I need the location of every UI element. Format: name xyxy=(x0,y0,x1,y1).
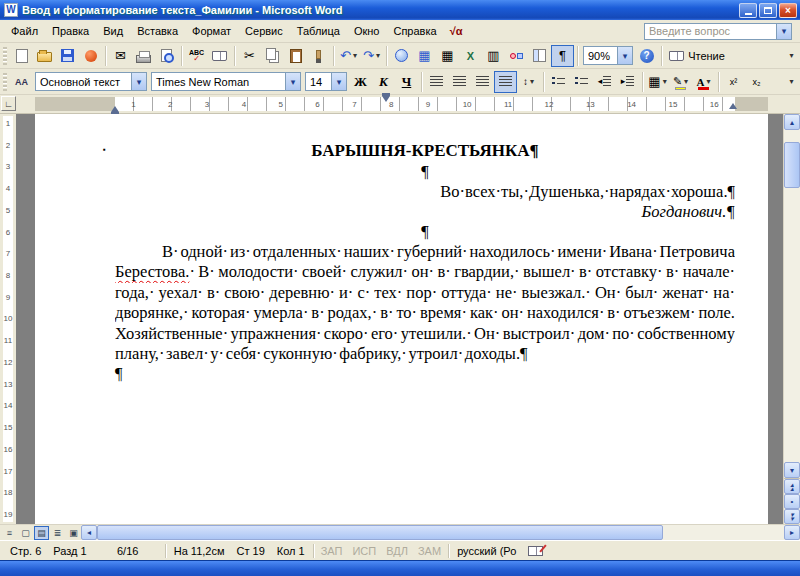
right-indent-marker[interactable] xyxy=(729,99,737,109)
chevron-down-icon[interactable]: ▾ xyxy=(131,73,146,90)
print-layout-view-button[interactable]: ▤ xyxy=(34,526,49,540)
email-button[interactable]: ✉ xyxy=(109,45,132,67)
equation-editor-button[interactable]: √α xyxy=(444,23,469,39)
windows-taskbar[interactable] xyxy=(0,560,800,576)
paste-button[interactable] xyxy=(284,45,307,67)
document-map-button[interactable] xyxy=(528,45,551,67)
menu-item[interactable]: Вставка xyxy=(130,22,185,40)
research-button[interactable] xyxy=(208,45,231,67)
menu-item[interactable]: Правка xyxy=(45,22,96,40)
status-flag[interactable]: ЗАМ xyxy=(413,545,446,557)
chevron-down-icon[interactable]: ▾ xyxy=(376,51,380,60)
spelling-button[interactable]: ABC ✓ xyxy=(185,45,208,67)
chevron-down-icon[interactable]: ▾ xyxy=(617,47,632,64)
chevron-down-icon[interactable]: ▾ xyxy=(331,73,346,90)
toolbar-grip[interactable] xyxy=(3,47,7,65)
italic-button[interactable]: К xyxy=(372,71,395,93)
document-text[interactable]: ▪ БАРЫШНЯ-КРЕСТЬЯНКА¶ ¶ Во·всех·ты,·Душе… xyxy=(35,114,768,385)
horizontal-scroll-thumb[interactable] xyxy=(97,525,663,540)
numbered-list-button[interactable] xyxy=(547,71,570,93)
style-combo[interactable]: Основной текст ▾ xyxy=(35,72,147,91)
vertical-ruler[interactable]: 12345678910111213141516171819 xyxy=(0,114,16,524)
tables-borders-button[interactable]: ▦ xyxy=(413,45,436,67)
menu-item[interactable]: Справка xyxy=(386,22,443,40)
next-page-button[interactable]: ▾▾ xyxy=(784,509,800,524)
previous-page-button[interactable]: ▴▴ xyxy=(784,479,800,494)
title-bar[interactable]: W Ввод и форматирование текста_Фамилии -… xyxy=(0,0,800,20)
scroll-up-button[interactable]: ▴ xyxy=(784,114,800,130)
increase-indent-button[interactable]: ▸ xyxy=(616,71,639,93)
toolbar-options-button[interactable]: ▾ xyxy=(784,71,798,93)
chevron-down-icon[interactable]: ▾ xyxy=(684,77,688,86)
bold-button[interactable]: Ж xyxy=(349,71,372,93)
drawing-button[interactable] xyxy=(505,45,528,67)
maximize-button[interactable] xyxy=(759,3,777,18)
align-center-button[interactable] xyxy=(448,71,471,93)
language-indicator[interactable]: русский (Ро xyxy=(451,545,522,557)
menu-item[interactable]: Формат xyxy=(185,22,238,40)
columns-button[interactable]: ▥ xyxy=(482,45,505,67)
cut-button[interactable]: ✂ xyxy=(238,45,261,67)
select-browse-object-button[interactable]: • xyxy=(784,494,800,509)
underline-button[interactable]: Ч xyxy=(395,71,418,93)
line-spacing-button[interactable]: ↕▾ xyxy=(517,71,540,93)
toolbar-grip[interactable] xyxy=(3,73,7,91)
help-button[interactable]: ? xyxy=(635,45,658,67)
zoom-combo[interactable]: 90% ▾ xyxy=(583,46,633,65)
insert-excel-button[interactable]: X xyxy=(459,45,482,67)
redo-button[interactable]: ↷▾ xyxy=(360,45,383,67)
document-page[interactable]: ▪ БАРЫШНЯ-КРЕСТЬЯНКА¶ ¶ Во·всех·ты,·Душе… xyxy=(35,114,768,524)
format-painter-button[interactable] xyxy=(307,45,330,67)
align-left-button[interactable] xyxy=(425,71,448,93)
chevron-down-icon[interactable]: ▾ xyxy=(530,77,534,86)
menu-item[interactable]: Сервис xyxy=(238,22,290,40)
save-button[interactable] xyxy=(56,45,79,67)
status-flag[interactable]: ЗАП xyxy=(316,545,348,557)
borders-button[interactable]: ▦▾ xyxy=(646,71,669,93)
chevron-down-icon[interactable]: ▾ xyxy=(663,77,667,86)
font-color-button[interactable]: А▾ xyxy=(692,71,715,93)
print-button[interactable] xyxy=(132,45,155,67)
chevron-down-icon[interactable]: ▾ xyxy=(776,24,791,39)
minimize-button[interactable] xyxy=(739,3,757,18)
new-document-button[interactable] xyxy=(10,45,33,67)
horizontal-ruler[interactable]: 12345678910111213141516 xyxy=(35,97,768,111)
bullet-list-button[interactable] xyxy=(570,71,593,93)
vertical-scrollbar[interactable]: ▴ ▾ ▴▴ • ▾▾ xyxy=(783,114,800,524)
copy-button[interactable] xyxy=(261,45,284,67)
chevron-down-icon[interactable]: ▾ xyxy=(285,73,300,90)
open-button[interactable] xyxy=(33,45,56,67)
subscript-button[interactable]: х₂ xyxy=(745,71,768,93)
horizontal-scroll-track[interactable]: ◂ ▸ xyxy=(81,525,800,540)
menu-item[interactable]: Вид xyxy=(96,22,130,40)
insert-hyperlink-button[interactable] xyxy=(390,45,413,67)
status-flag[interactable]: ИСП xyxy=(347,545,381,557)
document-title-line[interactable]: ▪ БАРЫШНЯ-КРЕСТЬЯНКА¶ xyxy=(115,140,735,162)
decrease-indent-button[interactable]: ◂ xyxy=(593,71,616,93)
left-indent-marker[interactable] xyxy=(111,102,119,112)
scroll-right-button[interactable]: ▸ xyxy=(784,525,800,540)
font-size-combo[interactable]: 14 ▾ xyxy=(305,72,347,91)
spelling-status-book-icon[interactable] xyxy=(528,546,543,556)
justify-button[interactable] xyxy=(494,71,517,93)
vertical-scroll-track[interactable] xyxy=(784,130,800,462)
tab-selector-button[interactable]: ∟ xyxy=(1,96,16,111)
normal-view-button[interactable]: ≡ xyxy=(2,526,17,540)
scroll-down-button[interactable]: ▾ xyxy=(784,462,800,478)
vertical-scroll-thumb[interactable] xyxy=(784,142,800,188)
outline-view-button[interactable]: ≣ xyxy=(50,526,65,540)
first-line-indent-marker[interactable] xyxy=(382,96,390,106)
reading-view-button[interactable]: ▣ xyxy=(66,526,81,540)
scroll-left-button[interactable]: ◂ xyxy=(81,525,97,540)
show-formatting-marks-button[interactable]: ¶ xyxy=(551,45,574,67)
superscript-button[interactable]: х² xyxy=(722,71,745,93)
reading-mode-button[interactable]: Чтение xyxy=(665,45,729,67)
toolbar-options-button[interactable]: ▾ xyxy=(784,45,798,67)
styles-and-formatting-button[interactable]: АА xyxy=(10,71,33,93)
print-preview-button[interactable] xyxy=(155,45,178,67)
chevron-down-icon[interactable]: ▾ xyxy=(706,77,710,86)
font-combo[interactable]: Times New Roman ▾ xyxy=(151,72,301,91)
status-flag[interactable]: ВДЛ xyxy=(381,545,413,557)
insert-table-button[interactable]: ▦ xyxy=(436,45,459,67)
menu-item[interactable]: Файл xyxy=(4,22,45,40)
